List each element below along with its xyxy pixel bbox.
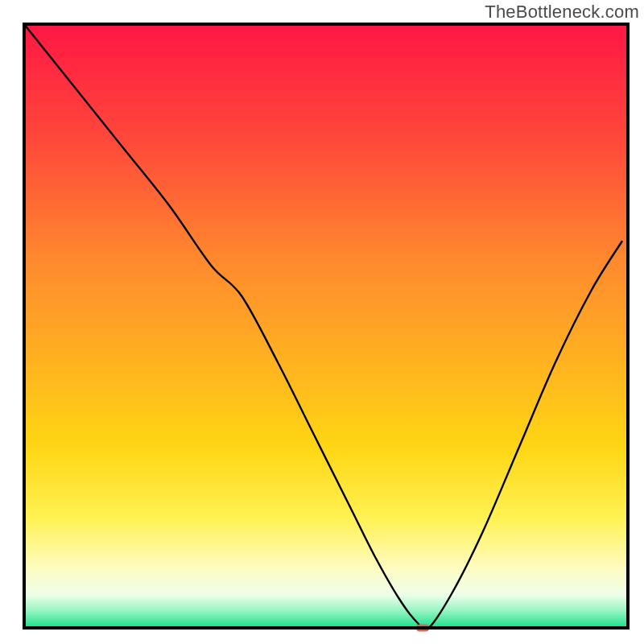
watermark-text: TheBottleneck.com <box>485 2 639 23</box>
chart-frame: TheBottleneck.com <box>0 0 644 644</box>
gradient-fill-area <box>24 24 628 628</box>
bottleneck-chart <box>0 0 644 644</box>
